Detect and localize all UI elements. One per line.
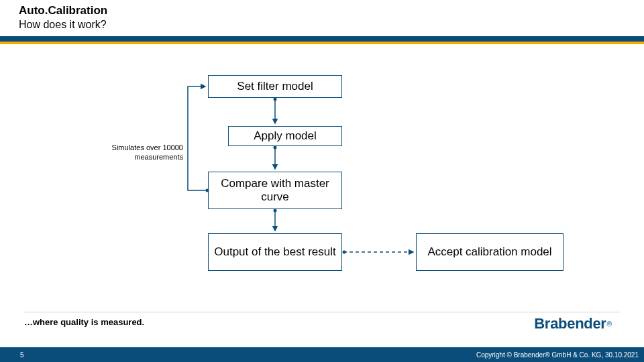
loop-label: Simulates over 10000 measurements (96, 143, 183, 162)
node-set-filter-model: Set filter model (208, 75, 342, 98)
node-compare-master-curve: Compare with master curve (208, 172, 342, 209)
footer-bar: 5 Copyright © Brabender® GmbH & Co. KG, … (0, 347, 644, 362)
brand-logo-text: Brabender (534, 315, 606, 333)
node-output-best-result: Output of the best result (208, 233, 342, 271)
diagram-canvas: Set filter model Apply model Compare wit… (0, 47, 644, 315)
registered-icon: ® (607, 320, 612, 328)
page-subtitle: How does it work? (19, 19, 644, 31)
separator (24, 312, 620, 312)
page-title: Auto.Calibration (19, 4, 644, 17)
svg-point-3 (274, 146, 277, 149)
svg-point-1 (274, 98, 277, 101)
tagline: …where quality is measured. (24, 317, 144, 327)
copyright-text: Copyright © Brabender® GmbH & Co. KG, 30… (476, 351, 639, 359)
node-accept-calibration: Accept calibration model (416, 233, 564, 271)
header-stripe-gold (0, 42, 644, 44)
svg-point-7 (343, 251, 346, 254)
svg-point-5 (274, 209, 277, 213)
header: Auto.Calibration How does it work? (0, 0, 644, 44)
page-number: 5 (20, 351, 24, 359)
brand-logo: Brabender ® (534, 315, 612, 333)
node-apply-model: Apply model (228, 126, 342, 146)
header-stripe-blue (0, 36, 644, 42)
